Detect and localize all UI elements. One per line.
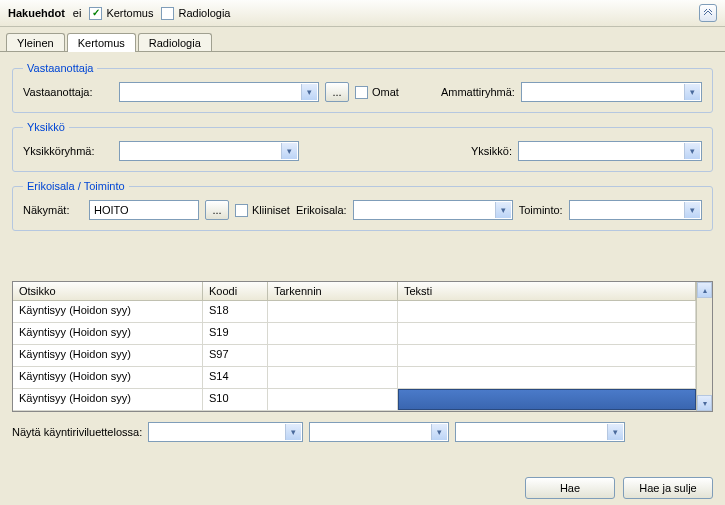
chevron-down-icon: ▾: [684, 143, 700, 159]
hae-sulje-button[interactable]: Hae ja sulje: [623, 477, 713, 499]
tab-yleinen[interactable]: Yleinen: [6, 33, 65, 52]
hae-button[interactable]: Hae: [525, 477, 615, 499]
nayta-label: Näytä käyntiriviluettelossa:: [12, 426, 142, 438]
table-row[interactable]: Käyntisyy (Hoidon syy) S10: [13, 389, 696, 411]
unchecked-icon: [161, 7, 174, 20]
col-otsikko[interactable]: Otsikko: [13, 282, 203, 300]
vastaanottaja-combo[interactable]: ▾: [119, 82, 319, 102]
col-teksti[interactable]: Teksti: [398, 282, 696, 300]
vastaanottaja-legend: Vastaanottaja: [23, 62, 97, 74]
col-tarkennin[interactable]: Tarkennin: [268, 282, 398, 300]
radiologia-label: Radiologia: [178, 7, 230, 19]
unchecked-icon: [235, 204, 248, 217]
toiminto-label: Toiminto:: [519, 204, 563, 216]
erikoisala-group: Erikoisala / Toiminto Näkymät: ... Kliin…: [12, 180, 713, 231]
check-icon: ✓: [89, 7, 102, 20]
table-row[interactable]: Käyntisyy (Hoidon syy) S18: [13, 301, 696, 323]
nakymat-combo[interactable]: [89, 200, 199, 220]
table-row[interactable]: Käyntisyy (Hoidon syy) S19: [13, 323, 696, 345]
erikoisala-legend: Erikoisala / Toiminto: [23, 180, 129, 192]
yksikkoryhma-label: Yksikköryhmä:: [23, 145, 113, 157]
chevron-down-icon: ▾: [495, 202, 511, 218]
kliiniset-label: Kliiniset: [252, 204, 290, 216]
table-scrollbar[interactable]: ▴ ▾: [696, 282, 712, 411]
scroll-up-icon[interactable]: ▴: [697, 282, 712, 298]
yksikko-combo[interactable]: ▾: [518, 141, 702, 161]
nayta-combo-2[interactable]: ▾: [309, 422, 449, 442]
chevron-down-icon: ▾: [301, 84, 317, 100]
omat-label: Omat: [372, 86, 399, 98]
chevron-down-icon: ▾: [431, 424, 447, 440]
table-header: Otsikko Koodi Tarkennin Teksti: [13, 282, 696, 301]
chevron-down-icon: ▾: [281, 143, 297, 159]
chevron-down-icon: ▾: [684, 84, 700, 100]
ammattiryhma-label: Ammattiryhmä:: [441, 86, 515, 98]
tab-kertomus[interactable]: Kertomus: [67, 33, 136, 52]
tabs: Yleinen Kertomus Radiologia: [0, 29, 725, 52]
kertomus-checkbox[interactable]: ✓ Kertomus: [89, 7, 153, 20]
yksikko-legend: Yksikkö: [23, 121, 69, 133]
tab-radiologia[interactable]: Radiologia: [138, 33, 212, 52]
scroll-down-icon[interactable]: ▾: [697, 395, 712, 411]
table-row[interactable]: Käyntisyy (Hoidon syy) S14: [13, 367, 696, 389]
nayta-combo-1[interactable]: ▾: [148, 422, 303, 442]
header-ei: ei: [73, 7, 82, 19]
yksikko-label: Yksikkö:: [471, 145, 512, 157]
ammattiryhma-combo[interactable]: ▾: [521, 82, 702, 102]
results-table: Otsikko Koodi Tarkennin Teksti Käyntisyy…: [12, 281, 713, 412]
col-koodi[interactable]: Koodi: [203, 282, 268, 300]
button-row: Hae Hae ja sulje: [525, 477, 713, 499]
chevron-down-icon: ▾: [684, 202, 700, 218]
tab-panel: Vastaanottaja Vastaanottaja: ▾ ... Omat …: [0, 51, 725, 505]
nakymat-browse-button[interactable]: ...: [205, 200, 229, 220]
collapse-button[interactable]: [699, 4, 717, 22]
chevron-down-icon: ▾: [285, 424, 301, 440]
erikoisala-combo[interactable]: ▾: [353, 200, 513, 220]
header-bar: Hakuehdot ei ✓ Kertomus Radiologia: [0, 0, 725, 27]
vastaanottaja-label: Vastaanottaja:: [23, 86, 113, 98]
kertomus-label: Kertomus: [106, 7, 153, 19]
yksikko-group: Yksikkö Yksikköryhmä: ▾ Yksikkö: ▾: [12, 121, 713, 172]
table-row[interactable]: Käyntisyy (Hoidon syy) S97: [13, 345, 696, 367]
chevron-down-icon: ▾: [607, 424, 623, 440]
header-title: Hakuehdot: [8, 7, 65, 19]
yksikkoryhma-combo[interactable]: ▾: [119, 141, 299, 161]
radiologia-checkbox[interactable]: Radiologia: [161, 7, 230, 20]
table-body: Käyntisyy (Hoidon syy) S18 Käyntisyy (Ho…: [13, 301, 696, 411]
unchecked-icon: [355, 86, 368, 99]
omat-checkbox[interactable]: Omat: [355, 86, 399, 99]
erikoisala-label: Erikoisala:: [296, 204, 347, 216]
chevron-up-icon: [703, 9, 713, 17]
bottom-row: Näytä käyntiriviluettelossa: ▾ ▾ ▾: [12, 422, 713, 442]
kliiniset-checkbox[interactable]: Kliiniset: [235, 204, 290, 217]
selected-cell: [398, 389, 696, 410]
vastaanottaja-group: Vastaanottaja Vastaanottaja: ▾ ... Omat …: [12, 62, 713, 113]
nakymat-label: Näkymät:: [23, 204, 83, 216]
toiminto-combo[interactable]: ▾: [569, 200, 702, 220]
vastaanottaja-browse-button[interactable]: ...: [325, 82, 349, 102]
nayta-combo-3[interactable]: ▾: [455, 422, 625, 442]
